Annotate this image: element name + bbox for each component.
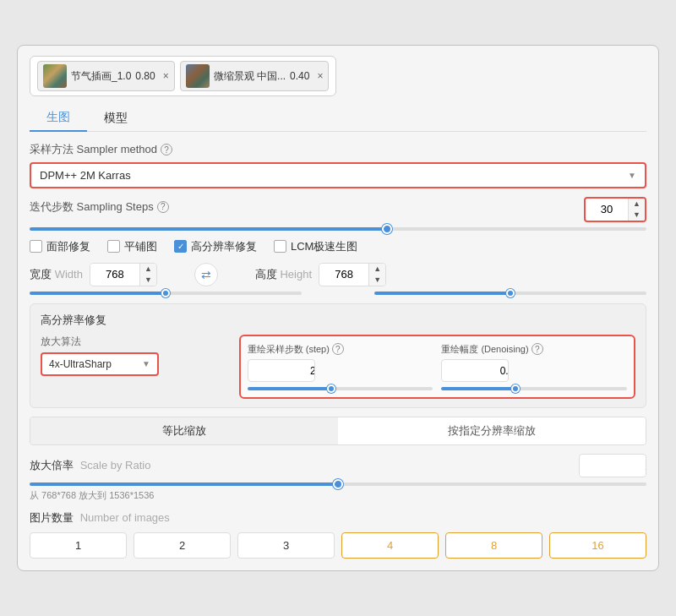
steps-help-icon[interactable]: ? [157, 201, 169, 213]
sampler-dropdown[interactable]: DPM++ 2M Karras ▼ [30, 162, 646, 188]
width-spin-down[interactable]: ▼ [140, 275, 156, 286]
checkbox-lcm[interactable]: LCM极速生图 [274, 239, 357, 254]
hr-algo-label: 放大算法 [41, 335, 231, 349]
count-btn-2[interactable]: 2 [134, 532, 231, 559]
steps-row: 迭代步数 Sampling Steps ? ▲ ▼ [30, 197, 646, 222]
checkbox-hires-check: ✓ [177, 242, 184, 251]
width-spin-btns: ▲ ▼ [139, 264, 156, 286]
image-count-row: 1 2 3 4 8 16 [30, 532, 646, 559]
hr-denoising-param: 重绘幅度 (Denoising) ? ▲ ▼ [441, 343, 627, 383]
count-btn-16[interactable]: 16 [549, 532, 646, 559]
steps-input-wrap: ▲ ▼ [584, 197, 646, 222]
height-spin-down[interactable]: ▼ [369, 275, 385, 286]
hr-denoising-help[interactable]: ? [532, 343, 543, 355]
steps-slider-thumb [382, 224, 392, 234]
checkbox-lcm-label: LCM极速生图 [291, 239, 357, 254]
hr-steps-param: 重绘采样步数 (step) ? ▲ ▼ [248, 343, 433, 383]
main-panel: 节气插画_1.0 0.80 × 微缩景观 中国... 0.40 × 生图 模型 … [17, 45, 659, 571]
hr-row: 放大算法 4x-UltraSharp ▼ 重绘采样步数 (step) ? [41, 335, 635, 400]
count-btn-4[interactable]: 4 [341, 532, 439, 559]
width-spin-up[interactable]: ▲ [140, 264, 156, 275]
hr-algo-col: 放大算法 4x-UltraSharp ▼ [41, 335, 231, 376]
lora-thumb-2 [186, 64, 210, 88]
checkbox-hires[interactable]: ✓ 高分辨率修复 [174, 239, 257, 254]
steps-spin-down[interactable]: ▼ [629, 210, 645, 221]
width-slider-wrap [30, 292, 302, 295]
hr-denoising-slider[interactable] [441, 387, 627, 390]
scale-ratio-label: 放大倍率 Scale by Ratio [30, 458, 150, 473]
checkbox-tiling-box [107, 240, 120, 253]
lora-close-2[interactable]: × [317, 70, 323, 82]
checkbox-face-fix-box [30, 240, 42, 253]
width-slider[interactable] [30, 292, 302, 295]
hr-steps-slider-thumb [327, 384, 335, 393]
steps-slider[interactable] [30, 227, 646, 231]
wh-sliders-row [30, 292, 646, 295]
lora-value-1: 0.80 [135, 70, 155, 82]
scale-ratio-slider[interactable] [30, 482, 646, 486]
lora-tabs-bar: 节气插画_1.0 0.80 × 微缩景观 中国... 0.40 × [30, 56, 336, 96]
hr-params-col: 重绘采样步数 (step) ? ▲ ▼ 重 [239, 335, 635, 400]
width-input-wrap: ▲ ▼ [90, 263, 157, 286]
height-slider-wrap [374, 292, 646, 295]
hr-algo-dropdown[interactable]: 4x-UltraSharp ▼ [41, 352, 159, 376]
checkbox-hires-label: 高分辨率修复 [191, 239, 257, 254]
hr-steps-input-wrap: ▲ ▼ [248, 359, 315, 383]
hr-sliders-row [248, 387, 627, 390]
hr-steps-help[interactable]: ? [332, 343, 344, 355]
steps-input[interactable] [586, 199, 628, 219]
tab-shengtu[interactable]: 生图 [30, 105, 87, 132]
checkbox-face-fix[interactable]: 面部修复 [30, 239, 90, 254]
height-input[interactable] [319, 264, 368, 284]
lora-thumb-1 [43, 64, 67, 88]
swap-wh-button[interactable]: ⇄ [194, 263, 218, 286]
scale-ratio-input-wrap: ▲ ▼ [579, 454, 646, 477]
scale-tabs-bar: 等比缩放 按指定分辨率缩放 [30, 417, 646, 445]
wh-row: 宽度 Width ▲ ▼ ⇄ 高度 Height ▲ ▼ [30, 263, 646, 286]
steps-spin-btns: ▲ ▼ [628, 199, 645, 221]
checkbox-lcm-box [274, 240, 286, 253]
height-slider[interactable] [374, 292, 646, 295]
scale-ratio-input[interactable] [580, 456, 646, 476]
sampler-help-icon[interactable]: ? [161, 144, 172, 155]
main-tabs-bar: 生图 模型 [30, 105, 646, 132]
steps-spin-up[interactable]: ▲ [629, 199, 645, 210]
lora-tab-2[interactable]: 微缩景观 中国... 0.40 × [180, 61, 330, 91]
checkbox-tiling-label: 平铺图 [124, 239, 157, 254]
sampler-dropdown-arrow: ▼ [628, 171, 636, 180]
height-spin-up[interactable]: ▲ [369, 264, 385, 275]
lora-value-2: 0.40 [290, 70, 309, 82]
lora-close-1[interactable]: × [163, 70, 169, 82]
width-slider-thumb [161, 289, 170, 297]
checkbox-tiling[interactable]: 平铺图 [107, 239, 157, 254]
hr-denoising-label: 重绘幅度 (Denoising) ? [441, 343, 627, 356]
width-label: 宽度 Width [30, 267, 83, 282]
count-btn-3[interactable]: 3 [237, 532, 335, 559]
sampler-value: DPM++ 2M Karras [40, 169, 131, 182]
height-spin-btns: ▲ ▼ [368, 264, 385, 286]
hr-title: 高分辨率修复 [41, 313, 635, 328]
hr-params-row: 重绘采样步数 (step) ? ▲ ▼ 重 [248, 343, 627, 383]
hr-steps-input[interactable] [248, 363, 315, 379]
scale-tab-proportional[interactable]: 等比缩放 [30, 417, 338, 444]
lora-tab-1[interactable]: 节气插画_1.0 0.80 × [37, 61, 175, 91]
height-input-wrap: ▲ ▼ [319, 263, 386, 286]
scale-info: 从 768*768 放大到 1536*1536 [30, 489, 646, 502]
lora-name-2: 微缩景观 中国... [214, 69, 286, 84]
height-slider-thumb [506, 289, 515, 297]
hr-steps-slider[interactable] [248, 387, 433, 390]
hr-denoising-input[interactable] [442, 363, 509, 379]
width-input[interactable] [90, 264, 139, 284]
tab-moxing[interactable]: 模型 [87, 105, 144, 131]
sampler-label: 采样方法 Sampler method ? [30, 142, 646, 157]
steps-label: 迭代步数 Sampling Steps ? [30, 199, 169, 215]
checkbox-hires-box: ✓ [174, 240, 187, 253]
scale-tab-specified[interactable]: 按指定分辨率缩放 [338, 417, 646, 444]
height-label: 高度 Height [255, 267, 312, 282]
count-btn-1[interactable]: 1 [30, 532, 127, 559]
scale-ratio-row: 放大倍率 Scale by Ratio ▲ ▼ [30, 454, 646, 477]
hr-denoising-slider-thumb [511, 384, 520, 393]
checkbox-face-fix-label: 面部修复 [46, 239, 90, 254]
scale-ratio-slider-thumb [333, 479, 343, 489]
count-btn-8[interactable]: 8 [445, 532, 542, 559]
